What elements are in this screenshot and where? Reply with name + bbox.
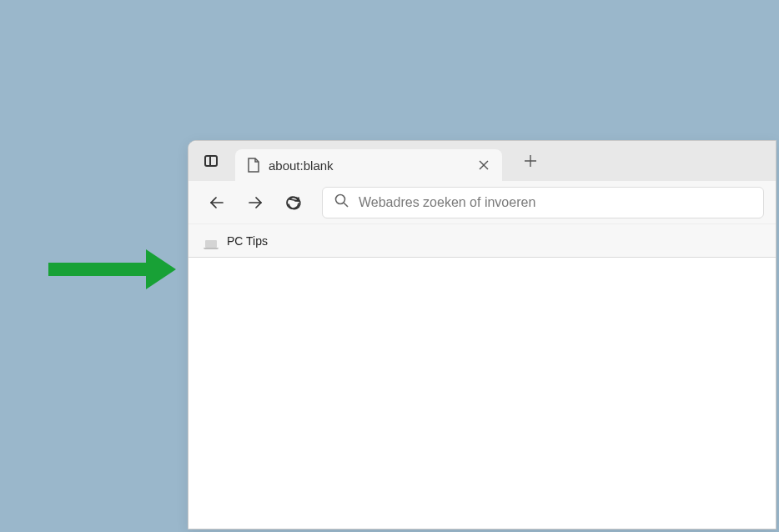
navigation-toolbar: Webadres zoeken of invoeren [188,181,776,224]
tab-actions-button[interactable] [199,148,224,173]
forward-button[interactable] [239,186,272,219]
bookmark-label: PC Tips [227,234,268,248]
refresh-button[interactable] [277,186,310,219]
address-placeholder: Webadres zoeken of invoeren [359,195,535,210]
pctips-favicon [205,234,220,248]
bookmarks-bar: PC Tips [188,224,776,258]
new-tab-button[interactable] [517,148,544,174]
bookmark-item[interactable]: PC Tips [199,230,274,252]
back-button[interactable] [200,186,234,219]
svg-line-7 [344,203,348,207]
arrow-head [146,249,176,289]
pointer-arrow-annotation [48,249,176,289]
search-icon [334,193,349,211]
close-tab-button[interactable] [474,155,494,175]
browser-window: about:blank [188,140,776,529]
page-icon [247,158,260,173]
address-bar[interactable]: Webadres zoeken of invoeren [322,187,764,218]
sidebar-layout-icon [204,155,218,167]
arrow-shaft [48,263,147,276]
tab-strip: about:blank [188,141,776,181]
page-content [188,258,776,529]
tab-title: about:blank [269,158,465,173]
svg-point-6 [336,195,345,204]
browser-tab[interactable]: about:blank [235,149,502,181]
